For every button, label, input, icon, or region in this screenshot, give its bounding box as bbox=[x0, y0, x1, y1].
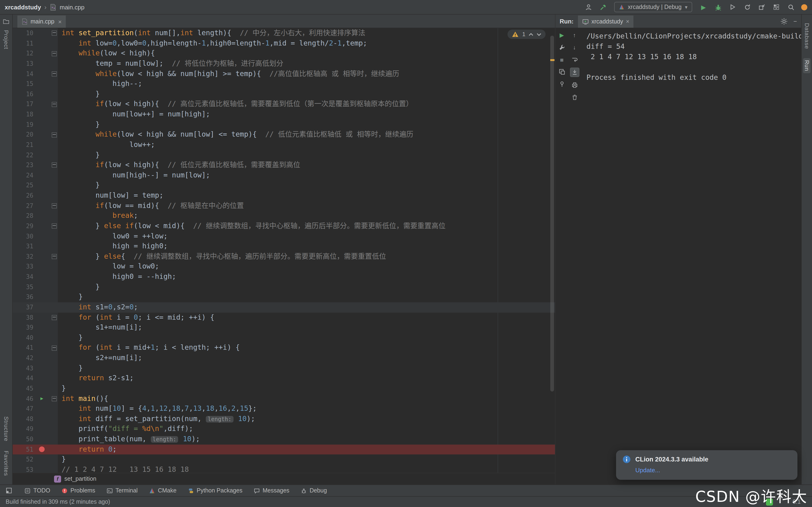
code-line[interactable]: 47 int num[10] = {4,1,12,18,7,13,18,16,2… bbox=[13, 404, 555, 414]
line-number[interactable]: 10 bbox=[13, 28, 35, 38]
line-number[interactable]: 48 bbox=[13, 414, 35, 424]
line-number[interactable]: 26 bbox=[13, 190, 35, 201]
console-output[interactable]: /Users/bellin/CLionProjects/xrcaddstudy/… bbox=[581, 28, 801, 485]
restore-layout-icon[interactable] bbox=[558, 68, 566, 76]
tool-window-button-cmake[interactable]: CMake bbox=[145, 486, 180, 495]
code-line[interactable]: 13 temp = num[low]; // 将低位作为枢轴，进行高低划分 bbox=[13, 59, 555, 69]
code-line[interactable]: 42 s2+=num[i]; bbox=[13, 353, 555, 363]
code-text[interactable]: print_table(num, length: 10); bbox=[58, 434, 555, 444]
code-line[interactable]: 34 high0 = --high; bbox=[13, 272, 555, 282]
breakpoint-icon[interactable] bbox=[39, 447, 45, 452]
fold-icon[interactable] bbox=[51, 254, 57, 259]
line-number[interactable]: 33 bbox=[13, 262, 35, 272]
line-number[interactable]: 28 bbox=[13, 211, 35, 221]
code-text[interactable]: } bbox=[58, 180, 555, 190]
code-text[interactable]: } bbox=[58, 363, 555, 373]
line-number[interactable]: 19 bbox=[13, 119, 35, 129]
line-number[interactable]: 29 bbox=[13, 221, 35, 231]
code-line[interactable]: 21 low++; bbox=[13, 140, 555, 150]
code-text[interactable]: } bbox=[58, 455, 555, 465]
code-line[interactable]: 14 while(low < high && num[high] >= temp… bbox=[13, 69, 555, 79]
code-text[interactable]: while(low < high && num[high] >= temp){ … bbox=[58, 69, 555, 79]
run-gutter-icon[interactable]: ▶ bbox=[40, 396, 43, 401]
project-breadcrumb[interactable]: xrcaddstudy bbox=[5, 3, 41, 10]
code-text[interactable]: return s2-s1; bbox=[58, 374, 555, 384]
tool-button-favorites[interactable]: Favorites bbox=[3, 451, 9, 476]
line-number[interactable]: 35 bbox=[13, 282, 35, 292]
code-line[interactable]: 39 s1+=num[i]; bbox=[13, 323, 555, 333]
print-icon[interactable] bbox=[570, 81, 579, 89]
line-number[interactable]: 14 bbox=[13, 69, 35, 79]
chevron-up-icon[interactable] bbox=[529, 33, 534, 36]
minimize-icon[interactable]: − bbox=[794, 17, 797, 25]
update-link[interactable]: Update... bbox=[635, 467, 660, 474]
line-number[interactable]: 47 bbox=[13, 404, 35, 414]
code-line[interactable]: 15 high--; bbox=[13, 79, 555, 89]
line-number[interactable]: 36 bbox=[13, 292, 35, 302]
line-number[interactable]: 15 bbox=[13, 79, 35, 89]
settings-gear-icon[interactable] bbox=[781, 17, 788, 25]
code-line[interactable]: 52} bbox=[13, 455, 555, 465]
code-line[interactable]: 26 num[low] = temp; bbox=[13, 190, 555, 201]
code-line[interactable]: 36 } bbox=[13, 292, 555, 302]
close-icon[interactable]: × bbox=[626, 18, 629, 25]
wrench-icon[interactable] bbox=[558, 43, 566, 52]
rerun-icon[interactable] bbox=[743, 3, 751, 11]
code-text[interactable]: return 0; bbox=[58, 444, 555, 454]
rerun-button[interactable]: ▶ bbox=[558, 31, 566, 40]
code-line[interactable]: 25 } bbox=[13, 180, 555, 190]
line-number[interactable]: 12 bbox=[13, 49, 35, 59]
line-number[interactable]: 38 bbox=[13, 313, 35, 323]
line-number[interactable]: 22 bbox=[13, 150, 35, 160]
code-text[interactable]: if(low < high){ // 低位元素值比枢轴低，需要覆盖到高位 bbox=[58, 160, 555, 170]
fold-icon[interactable] bbox=[51, 132, 57, 137]
code-line[interactable]: 22 } bbox=[13, 150, 555, 160]
code-line[interactable]: 48 int diff = set_partition(num, length:… bbox=[13, 414, 555, 424]
code-text[interactable]: } bbox=[58, 150, 555, 160]
tool-button-structure[interactable]: Structure bbox=[3, 416, 9, 441]
code-line[interactable]: 18 num[low++] = num[high]; bbox=[13, 109, 555, 119]
down-stack-icon[interactable]: ↓ bbox=[570, 43, 579, 52]
tool-window-button-terminal[interactable]: Terminal bbox=[103, 486, 142, 495]
code-text[interactable]: break; bbox=[58, 211, 555, 221]
build-hammer-icon[interactable] bbox=[599, 3, 607, 11]
line-number[interactable]: 24 bbox=[13, 170, 35, 180]
file-breadcrumb[interactable]: main.cpp bbox=[60, 3, 85, 10]
line-number[interactable]: 31 bbox=[13, 241, 35, 251]
run-config-selector[interactable]: xrcaddstudy | Debug ▾ bbox=[614, 2, 692, 12]
stop-button[interactable]: ■ bbox=[558, 55, 566, 64]
search-icon[interactable] bbox=[786, 3, 795, 11]
code-line[interactable]: 37 int s1=0,s2=0; bbox=[13, 302, 555, 313]
code-line[interactable]: 27 if(low == mid){ // 枢轴是在中心的位置 bbox=[13, 201, 555, 211]
code-line[interactable]: 35 } bbox=[13, 282, 555, 292]
code-text[interactable]: } else{ // 继续调整数组，寻找中心枢轴，遍历前半部分。需要更新高位，需… bbox=[58, 251, 555, 262]
code-line[interactable]: 28 break; bbox=[13, 211, 555, 221]
code-text[interactable]: low++; bbox=[58, 140, 555, 150]
line-number[interactable]: 46 bbox=[13, 394, 35, 404]
scrollbar-thumb[interactable] bbox=[550, 36, 554, 391]
line-number[interactable]: 34 bbox=[13, 272, 35, 282]
line-number[interactable]: 13 bbox=[13, 59, 35, 69]
code-line[interactable]: 33 low = low0; bbox=[13, 262, 555, 272]
line-number[interactable]: 51 bbox=[13, 444, 35, 454]
code-line[interactable]: 41 for (int i = mid+1; i < length; ++i) … bbox=[13, 343, 555, 353]
code-text[interactable]: int set_partition(int num[],int length){… bbox=[58, 28, 555, 38]
code-text[interactable]: high0 = --high; bbox=[58, 272, 555, 282]
tool-window-button-messages[interactable]: Messages bbox=[250, 486, 293, 495]
fold-icon[interactable] bbox=[51, 315, 57, 320]
chevron-down-icon[interactable] bbox=[537, 33, 541, 36]
line-number[interactable]: 45 bbox=[13, 384, 35, 394]
code-text[interactable]: num[low++] = num[high]; bbox=[58, 109, 555, 119]
line-number[interactable]: 32 bbox=[13, 251, 35, 262]
code-line[interactable]: 53// 1 2 4 7 12 13 15 16 18 18 bbox=[13, 465, 555, 473]
code-text[interactable]: } bbox=[58, 119, 555, 129]
code-text[interactable]: for (int i = 0; i <= mid; ++i) { bbox=[58, 313, 555, 323]
close-icon[interactable]: × bbox=[58, 18, 61, 25]
project-folder-icon[interactable] bbox=[3, 18, 9, 24]
code-line[interactable]: 45} bbox=[13, 384, 555, 394]
code-text[interactable]: if(low < high){ // 高位元素值比枢轴低，需要覆盖到低位（第一次… bbox=[58, 99, 555, 109]
fold-icon[interactable] bbox=[51, 396, 57, 401]
line-number[interactable]: 17 bbox=[13, 99, 35, 109]
user-icon[interactable] bbox=[584, 3, 593, 11]
clear-trash-icon[interactable] bbox=[570, 93, 579, 101]
